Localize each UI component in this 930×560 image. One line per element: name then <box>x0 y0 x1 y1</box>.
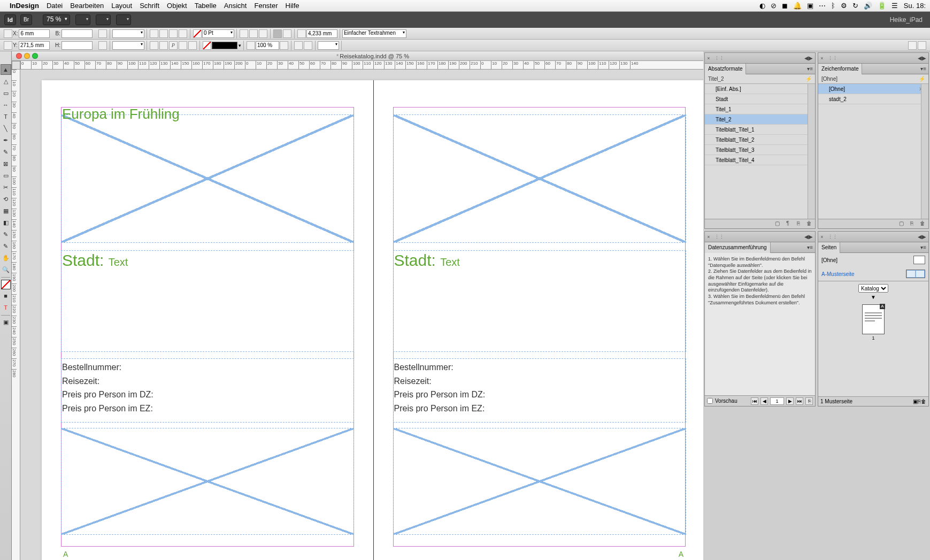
panel-gripper-icon[interactable]: ⋮⋮ <box>714 56 724 61</box>
rect-tool[interactable]: ▭ <box>1 170 11 181</box>
style-item[interactable]: Titelblatt_Titel_3 <box>705 145 815 155</box>
image-frame[interactable] <box>393 114 686 243</box>
stroke-select[interactable] <box>112 29 144 38</box>
corners-icon[interactable] <box>297 29 306 38</box>
zoom-select[interactable]: 75 % <box>43 14 70 25</box>
image-frame-2[interactable] <box>61 428 354 535</box>
master-none-row[interactable]: [Ohne] <box>818 253 928 267</box>
note-tool[interactable]: ✎ <box>1 229 11 240</box>
menu-tabelle[interactable]: Tabelle <box>195 2 217 10</box>
style-item[interactable]: Titelblatt_Titel_4 <box>705 155 815 165</box>
panel-tab[interactable]: Absatzformate <box>705 64 746 74</box>
menu-ansicht[interactable]: Ansicht <box>224 2 247 10</box>
rotate-icon[interactable] <box>150 41 158 50</box>
battery-icon[interactable]: 🔋 <box>878 2 886 10</box>
arrow-icon[interactable] <box>280 41 288 50</box>
volume-icon[interactable]: 🔊 <box>864 2 872 10</box>
new-style-icon[interactable]: ⎘ <box>908 220 916 228</box>
style-item[interactable]: Titel_1 <box>705 104 815 114</box>
arrange-button[interactable] <box>116 14 131 25</box>
image-frame-2[interactable] <box>393 428 686 535</box>
panel-close-icon[interactable]: × <box>818 56 826 61</box>
minimize-button[interactable] <box>24 53 30 59</box>
close-button[interactable] <box>16 53 22 59</box>
line-tool[interactable]: ╲ <box>1 123 11 134</box>
status-icon[interactable]: ◐ <box>759 2 765 10</box>
spotlight-icon[interactable]: ☰ <box>891 2 898 10</box>
style-item[interactable]: Titelblatt_Titel_2 <box>705 135 815 145</box>
edit-page-icon[interactable]: ▣ <box>913 398 918 404</box>
page-thumb[interactable]: A <box>862 304 885 334</box>
panel-close-icon[interactable]: × <box>705 56 712 61</box>
panel-collapse-icon[interactable]: ◀▶ <box>916 234 928 240</box>
sync-icon[interactable]: ↻ <box>852 2 858 10</box>
next-page-button[interactable]: ▶ <box>786 397 794 405</box>
pen-tool[interactable]: ✒ <box>1 135 11 145</box>
selection-tool[interactable]: ▲ <box>1 64 11 75</box>
fill-swatch-icon[interactable] <box>193 29 202 38</box>
style-item[interactable]: Titelblatt_Titel_1 <box>705 125 815 135</box>
y-field[interactable] <box>19 41 50 50</box>
master-a-row[interactable]: A-Musterseite <box>818 267 928 281</box>
flip-icon[interactable] <box>179 41 187 50</box>
direct-selection-tool[interactable]: △ <box>1 76 11 87</box>
panel-menu-icon[interactable]: ▾≡ <box>918 66 928 72</box>
shear-select[interactable] <box>112 41 144 50</box>
ruler-origin[interactable] <box>12 61 20 70</box>
view-options-button[interactable] <box>75 14 90 25</box>
delete-page-icon[interactable]: 🗑 <box>921 398 926 404</box>
ref-point-icon[interactable] <box>4 29 12 38</box>
app-name[interactable]: InDesign <box>10 2 39 10</box>
panel-menu-icon[interactable]: ▾≡ <box>918 244 928 250</box>
merge-page-field[interactable] <box>770 397 784 405</box>
page-tool[interactable]: ▭ <box>1 88 11 98</box>
flip-h-icon[interactable] <box>169 29 178 38</box>
preview-checkbox[interactable] <box>707 398 713 404</box>
merge-create-button[interactable]: ⎘ <box>805 397 813 405</box>
status-icon[interactable]: ⊘ <box>771 2 777 10</box>
panel-menu-icon[interactable]: ▾≡ <box>805 244 815 250</box>
wrap-bbox-icon[interactable] <box>249 29 258 38</box>
clear-override-icon[interactable]: ¶ <box>784 220 791 228</box>
rotate-ccw-icon[interactable] <box>150 29 158 38</box>
gradient-feather-tool[interactable]: ◧ <box>1 217 11 228</box>
eyedropper-tool[interactable]: ✎ <box>1 241 11 251</box>
canvas[interactable]: Europa im Frühling Stadt: Text Bestellnu… <box>20 70 703 560</box>
image-frame[interactable] <box>61 114 354 243</box>
fx-icon[interactable] <box>259 29 267 38</box>
ref-point-icon[interactable] <box>4 41 12 50</box>
stadt-text[interactable]: Stadt: Text <box>394 251 460 270</box>
panel-gripper-icon[interactable]: ⋮⋮ <box>714 234 724 240</box>
align-icon[interactable] <box>294 41 303 50</box>
panel-tab[interactable]: Zeichenformate <box>818 64 862 74</box>
align-icon[interactable] <box>273 29 282 38</box>
align-icon[interactable] <box>304 41 312 50</box>
link-icon[interactable] <box>98 29 107 38</box>
quick-apply-icon[interactable]: ⚡ <box>805 76 812 82</box>
scissors-tool[interactable]: ✂ <box>1 182 11 193</box>
stadt-text[interactable]: Stadt: Text <box>62 251 128 270</box>
fill-stroke-swatch[interactable] <box>1 280 11 289</box>
new-style-icon[interactable]: ⎘ <box>795 220 802 228</box>
type-tool[interactable]: T <box>1 111 11 122</box>
first-page-button[interactable]: ⏮ <box>751 397 758 405</box>
bluetooth-icon[interactable]: ᛒ <box>831 2 835 10</box>
rect-frame-tool[interactable]: ⊠ <box>1 158 11 169</box>
transform-tool[interactable]: ⟲ <box>1 194 11 204</box>
panel-gripper-icon[interactable]: ⋮⋮ <box>828 234 837 240</box>
menu-objekt[interactable]: Objekt <box>167 2 187 10</box>
ruler-horizontal[interactable]: 0102030405060708090100110120130140150160… <box>20 61 703 70</box>
rotate-cw-icon[interactable] <box>159 29 168 38</box>
panel-close-icon[interactable]: × <box>705 234 712 240</box>
link-icon[interactable] <box>98 41 107 50</box>
panel-collapse-icon[interactable]: ◀▶ <box>802 234 815 240</box>
wifi-icon[interactable]: ⚙ <box>841 2 847 10</box>
menu-schrift[interactable]: Schrift <box>140 2 159 10</box>
page-title-text[interactable]: Europa im Frühling <box>62 106 180 122</box>
apply-color-tool[interactable]: ■ <box>1 290 11 301</box>
status-icon[interactable]: ⋯ <box>819 2 826 10</box>
b-field[interactable] <box>62 29 93 38</box>
quick-apply-icon[interactable]: ⚡ <box>919 76 925 82</box>
menu-fenster[interactable]: Fenster <box>254 2 278 10</box>
h-field[interactable] <box>62 41 93 50</box>
